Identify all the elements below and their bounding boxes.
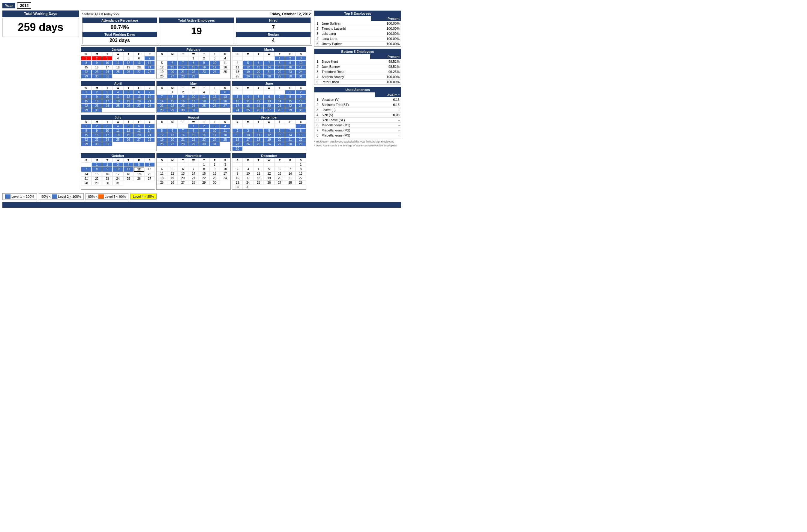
- day-cell: 31: [113, 181, 123, 186]
- day-cell: 23: [285, 70, 295, 74]
- day-header: T: [102, 52, 113, 56]
- absences-panel: Used Absences Av/Em * 1Vacation (V)0.16 …: [314, 87, 401, 138]
- day-header: S: [157, 120, 167, 124]
- rank: 4: [314, 74, 321, 79]
- day-cell: 6: [144, 162, 155, 167]
- year-value[interactable]: 2012: [17, 2, 31, 9]
- day-cell: 17: [295, 65, 306, 70]
- day-header: W: [188, 120, 198, 124]
- day-cell: 9: [178, 95, 188, 99]
- day-cell: 10: [243, 133, 253, 137]
- day-cell: 4: [199, 90, 209, 95]
- day-cell: 12: [123, 61, 134, 65]
- calendar-february: FebruarySMTWTFS1234567891011121314151617…: [156, 47, 231, 79]
- day-cell: 23: [199, 137, 209, 142]
- day-cell: 4: [123, 162, 134, 167]
- day-cell: 28: [285, 180, 295, 185]
- day-cell: 3: [220, 162, 230, 167]
- day-cell: 2: [295, 90, 306, 95]
- empty-cell: [157, 162, 167, 167]
- calendar-march: MarchSMTWTFS1234567891011121314151617181…: [232, 47, 306, 79]
- day-cell: 28: [144, 70, 155, 74]
- empty-cell: [264, 90, 274, 95]
- calendar-grid: SMTWTFS123456789101112131415161718192021…: [157, 52, 230, 79]
- day-cell: 26: [209, 103, 220, 108]
- employee-value: 99.26%: [370, 69, 401, 74]
- day-header: W: [264, 86, 274, 90]
- employee-name: Antonio Bracey: [321, 74, 370, 79]
- empty-cell: [253, 56, 264, 61]
- calendar-june: JuneSMTWTFS12345678910111213141516171819…: [232, 81, 306, 113]
- day-cell: 28: [144, 137, 155, 142]
- day-cell: 24: [102, 137, 113, 142]
- day-cell: 17: [209, 133, 220, 137]
- level1-label: Level 1: [12, 195, 22, 198]
- calendar-grid: SMTWTFS123456789101112131415161718192021…: [232, 52, 306, 79]
- day-cell: 2: [92, 56, 102, 61]
- level4-lt: <: [145, 195, 147, 198]
- day-cell: 14: [274, 99, 285, 103]
- day-cell: 4: [113, 90, 123, 95]
- day-header: T: [123, 120, 134, 124]
- day-cell: 25: [113, 137, 123, 142]
- day-header: T: [253, 86, 264, 90]
- level3-pre: 80%: [88, 195, 95, 198]
- level2-lt2: <: [70, 195, 71, 198]
- day-cell: 8: [188, 129, 198, 133]
- day-cell: 20: [253, 70, 264, 74]
- left-column: Total Working Days 259 days: [2, 11, 79, 190]
- hired-value: 7: [236, 23, 310, 32]
- day-cell: 6: [134, 124, 144, 129]
- employee-name: Timothy Lazenbi: [321, 26, 371, 31]
- day-cell: 5: [243, 61, 253, 65]
- day-header: S: [295, 120, 306, 124]
- employee-value: 100.00%: [370, 79, 401, 84]
- day-cell: 4: [220, 124, 230, 129]
- day-cell: 29: [295, 180, 306, 185]
- day-cell: 12: [123, 95, 134, 99]
- day-cell: 20: [134, 133, 144, 137]
- empty-cell: [178, 162, 188, 167]
- day-cell: 1: [81, 56, 92, 61]
- level3-val: 90%: [119, 195, 126, 198]
- hired-resign-box: Hired 7 Resign 4: [236, 17, 311, 44]
- day-cell: 29: [199, 180, 209, 185]
- day-cell: 20: [178, 176, 188, 180]
- empty-cell: [253, 90, 264, 95]
- day-cell: 17: [188, 99, 198, 103]
- resign-value: 4: [236, 37, 310, 44]
- day-cell: 14: [157, 99, 167, 103]
- attendance-label: Attendance Percentage: [82, 18, 157, 23]
- day-header: T: [102, 158, 113, 162]
- right-column: Top 5 Employees Present 1Jane Sullivan10…: [314, 11, 401, 190]
- day-cell: 12: [157, 133, 167, 137]
- total-working-days-title: Total Working Days: [2, 11, 79, 17]
- bottom5-table: Present 1Bruce Kent98.52% 2Jack Banner98…: [314, 54, 401, 84]
- employee-name: Jack Banner: [321, 64, 370, 69]
- day-cell: 5: [167, 167, 178, 171]
- day-cell: 22: [167, 103, 178, 108]
- day-cell: 17: [102, 133, 113, 137]
- day-cell: 1: [295, 162, 306, 167]
- day-cell: 28: [285, 142, 295, 147]
- day-header: T: [274, 52, 285, 56]
- day-cell: 29: [188, 142, 198, 147]
- day-cell: 14: [178, 133, 188, 137]
- day-cell: 8: [81, 95, 92, 99]
- footnote2: * Used Absences is the average of absenc…: [314, 144, 401, 147]
- day-cell: 9: [232, 133, 243, 137]
- day-cell: 1: [81, 124, 92, 129]
- calendar-grid: SMTWTFS123456789101112131415161718192021…: [81, 158, 155, 186]
- day-header: T: [102, 86, 113, 90]
- day-cell: 8: [295, 129, 306, 133]
- calendar-october: OctoberSMTWTFS12345678910111213141516171…: [81, 153, 155, 190]
- day-header: T: [199, 52, 209, 56]
- day-cell: 27: [134, 103, 144, 108]
- day-cell: 13: [134, 95, 144, 99]
- statistic-section: Statistic As Of Today >>> Friday, Octobe…: [81, 11, 312, 45]
- day-cell: 14: [178, 65, 188, 70]
- day-header: F: [134, 120, 144, 124]
- day-cell: 31: [102, 74, 113, 79]
- calendar-header: January: [81, 47, 155, 52]
- day-header: T: [253, 52, 264, 56]
